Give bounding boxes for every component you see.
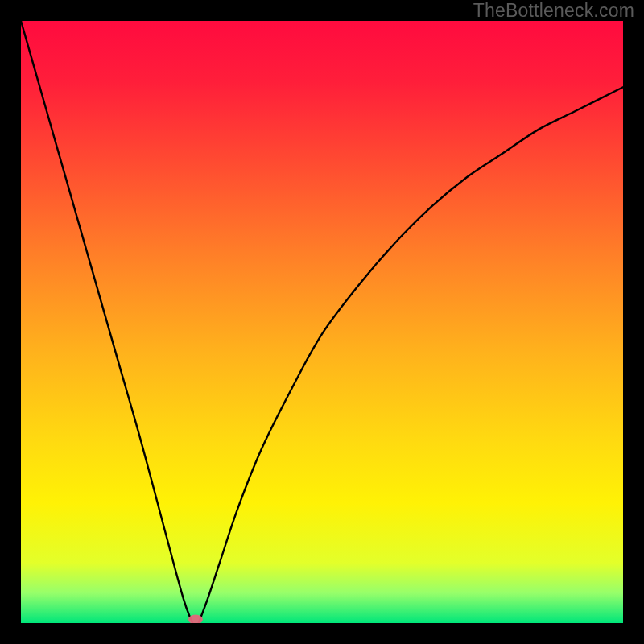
plot-area xyxy=(21,21,623,623)
watermark-text: TheBottleneck.com xyxy=(473,0,634,22)
chart-container: TheBottleneck.com xyxy=(0,0,644,644)
gradient-background xyxy=(21,21,623,623)
chart-svg xyxy=(21,21,623,623)
